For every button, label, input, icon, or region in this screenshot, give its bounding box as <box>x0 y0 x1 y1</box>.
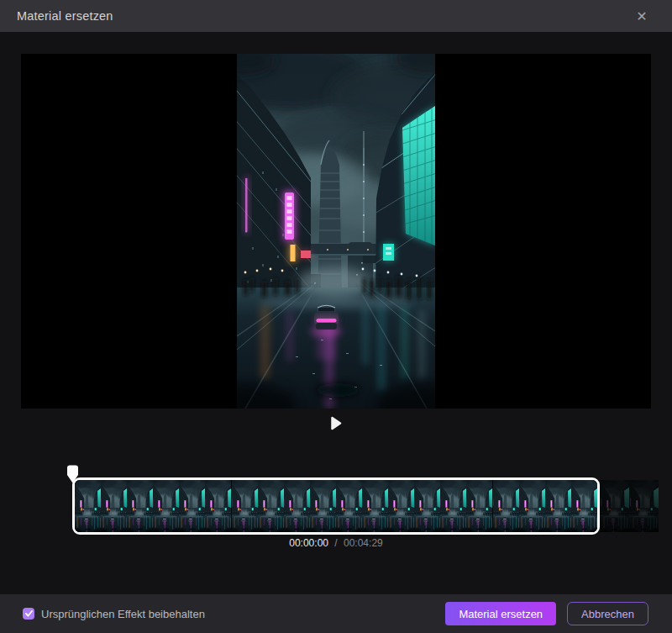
trim-handle[interactable] <box>66 465 80 484</box>
cancel-button[interactable]: Abbrechen <box>567 602 648 625</box>
dialog-titlebar: Material ersetzen ✕ <box>0 0 672 32</box>
video-frame <box>237 54 435 409</box>
play-button[interactable] <box>325 414 347 432</box>
trim-handle-icon <box>66 465 80 484</box>
timecode-current: 00:00:00 <box>289 537 328 549</box>
dialog-title: Material ersetzen <box>17 9 113 23</box>
timecode-separator: / <box>334 537 337 549</box>
play-icon <box>330 416 342 430</box>
timecode-total: 00:04:29 <box>344 537 383 549</box>
trim-selection[interactable] <box>72 477 600 535</box>
playback-controls <box>0 414 672 432</box>
timecode: 00:00:00 / 00:04:29 <box>0 537 672 549</box>
replace-material-button[interactable]: Material ersetzen <box>445 602 556 625</box>
filmstrip-thumbs <box>75 480 597 532</box>
filmstrip-trailing[interactable] <box>600 480 659 532</box>
preview-area <box>21 54 651 409</box>
close-icon[interactable]: ✕ <box>623 0 660 32</box>
check-icon <box>25 610 33 617</box>
keep-effect-checkbox[interactable] <box>23 608 34 620</box>
replace-material-dialog: Material ersetzen ✕ 00:00:00 / 00:04:29 <box>0 0 672 633</box>
keep-effect-label: Ursprünglichen Effekt beibehalten <box>41 608 205 620</box>
dialog-footer: Ursprünglichen Effekt beibehalten Materi… <box>0 594 672 633</box>
